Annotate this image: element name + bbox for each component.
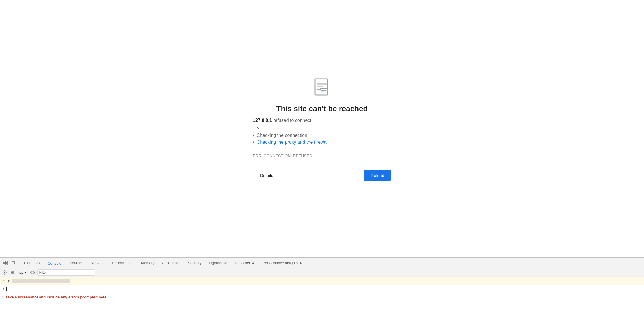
- error-ip: 127.0.0.1: [253, 118, 272, 123]
- inspect-icon-button[interactable]: [1, 259, 9, 267]
- tab-memory[interactable]: Memory: [138, 258, 158, 268]
- devtools-tab-bar: Elements Console Sources Network Perform…: [0, 258, 644, 268]
- list-item-connection-text: Checking the connection: [257, 133, 307, 138]
- error-title: This site can't be reached: [276, 104, 368, 113]
- svg-rect-11: [5, 263, 7, 265]
- record-icon: [11, 270, 15, 275]
- svg-point-19: [31, 271, 35, 274]
- top-frame-label: top: [18, 270, 23, 275]
- svg-rect-7: [320, 88, 327, 89]
- error-code: ERR_CONNECTION_REFUSED: [253, 154, 312, 158]
- tab-recorder[interactable]: Recorder ▲: [231, 258, 259, 268]
- console-prompt-icon: >: [2, 287, 5, 291]
- console-info-message: Take a screenshot and include any errors…: [5, 295, 108, 299]
- expand-arrow-icon[interactable]: ▶: [8, 279, 10, 283]
- console-input-row: >: [0, 285, 644, 294]
- button-row: Details Reload: [253, 170, 391, 181]
- warning-message-bar: [12, 279, 70, 283]
- console-info-row: ℹ Take a screenshot and include any erro…: [0, 294, 644, 301]
- console-content-area: ⚠ ▶ > ℹ Take a screenshot and include an…: [0, 277, 644, 321]
- svg-rect-4: [321, 89, 327, 93]
- error-page-icon: [312, 76, 332, 97]
- device-toggle-button[interactable]: [10, 259, 18, 267]
- svg-point-20: [32, 272, 33, 273]
- svg-rect-9: [3, 263, 5, 265]
- error-subtitle: 127.0.0.1 refused to connect.: [253, 118, 312, 123]
- console-cursor: [6, 287, 7, 291]
- try-label: Try:: [253, 125, 261, 130]
- tab-elements[interactable]: Elements: [20, 258, 43, 268]
- devtools-panel: Elements Console Sources Network Perform…: [0, 257, 644, 321]
- device-icon: [12, 261, 16, 265]
- error-list: Checking the connection Checking the pro…: [253, 133, 329, 147]
- tab-performance-insights[interactable]: Performance insights ▲: [259, 258, 306, 268]
- svg-rect-10: [5, 261, 7, 263]
- browser-content-area: This site can't be reached 127.0.0.1 ref…: [0, 0, 644, 257]
- tab-lighthouse[interactable]: Lighthouse: [205, 258, 231, 268]
- error-container: This site can't be reached 127.0.0.1 ref…: [247, 76, 397, 181]
- dropdown-arrow-icon: ▼: [24, 271, 27, 274]
- list-item-proxy[interactable]: Checking the proxy and the firewall: [253, 140, 329, 145]
- info-circle-icon: ℹ: [2, 295, 4, 299]
- eye-icon: [30, 271, 35, 274]
- top-frame-selector[interactable]: top ▼: [17, 270, 28, 275]
- inspect-icon: [3, 261, 8, 265]
- tab-performance[interactable]: Performance: [108, 258, 137, 268]
- warning-triangle-icon: ⚠: [2, 279, 6, 283]
- svg-rect-13: [15, 262, 16, 264]
- svg-rect-8: [3, 261, 5, 263]
- tab-sources[interactable]: Sources: [66, 258, 87, 268]
- details-button[interactable]: Details: [253, 170, 280, 181]
- clear-icon: [3, 270, 7, 275]
- console-filter-input[interactable]: [37, 269, 95, 276]
- console-warning-row: ⚠ ▶: [0, 277, 644, 285]
- clear-console-button[interactable]: [1, 269, 8, 276]
- tab-console[interactable]: Console: [44, 258, 65, 268]
- list-item-connection: Checking the connection: [253, 133, 329, 138]
- tab-security[interactable]: Security: [184, 258, 205, 268]
- error-subtitle-rest: refused to connect.: [272, 118, 313, 123]
- tab-network[interactable]: Network: [87, 258, 108, 268]
- proxy-firewall-link[interactable]: Checking the proxy and the firewall: [257, 140, 329, 145]
- svg-rect-12: [12, 262, 15, 264]
- no-recording-button[interactable]: [9, 269, 16, 276]
- tab-application[interactable]: Application: [159, 258, 184, 268]
- tab-separator: [19, 260, 19, 266]
- eye-filter-button[interactable]: [29, 269, 36, 276]
- svg-line-15: [4, 272, 5, 273]
- reload-button[interactable]: Reload: [364, 170, 391, 181]
- console-secondary-toolbar: top ▼: [0, 268, 644, 277]
